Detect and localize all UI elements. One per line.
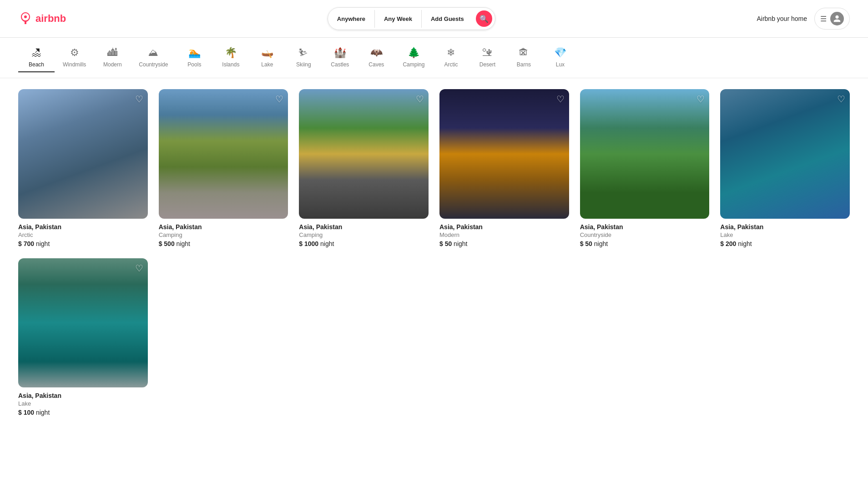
svg-point-0: [24, 15, 27, 18]
lake-label: Lake: [261, 61, 273, 68]
camping-label: Camping: [403, 61, 424, 68]
listing-type: Arctic: [18, 231, 148, 238]
windmills-label: Windmills: [63, 61, 86, 68]
pools-icon: 🏊: [188, 47, 201, 59]
caves-label: Caves: [368, 61, 384, 68]
listing-location: Asia, Pakistan: [439, 223, 569, 231]
listing-type: Lake: [18, 400, 148, 407]
arctic-icon: ❄: [447, 47, 455, 59]
desert-icon: 🏜: [482, 47, 492, 59]
search-week-label: Any Week: [384, 15, 412, 22]
listing-location: Asia, Pakistan: [18, 392, 148, 399]
listing-card[interactable]: ♡ Asia, Pakistan Modern $ 50 night: [439, 89, 569, 247]
barns-label: Barns: [517, 61, 531, 68]
listing-card[interactable]: ♡ Asia, Pakistan Lake $ 200 night: [720, 89, 850, 247]
countryside-icon: ⛰: [148, 47, 158, 59]
hamburger-icon: ☰: [820, 15, 827, 23]
barns-icon: 🏚: [519, 47, 529, 59]
lux-icon: 💎: [554, 47, 566, 59]
caves-icon: 🦇: [370, 47, 383, 59]
category-item-castles[interactable]: 🏰 Castles: [322, 43, 358, 72]
listing-card[interactable]: ♡ Asia, Pakistan Arctic $ 700 night: [18, 89, 148, 247]
islands-label: Islands: [222, 61, 239, 68]
wishlist-button[interactable]: ♡: [556, 94, 565, 105]
desert-label: Desert: [479, 61, 495, 68]
windmills-icon: ⚙: [70, 47, 79, 59]
listing-location: Asia, Pakistan: [159, 223, 288, 231]
header: airbnb Anywhere Any Week Add Guests 🔍 Ai…: [0, 0, 868, 38]
countryside-label: Countryside: [139, 61, 168, 68]
header-right: Airbnb your home ☰: [757, 8, 850, 30]
category-item-barns[interactable]: 🏚 Barns: [505, 43, 542, 72]
listing-type: Camping: [159, 231, 288, 238]
modern-label: Modern: [103, 61, 122, 68]
category-item-modern[interactable]: 🏙 Modern: [94, 43, 131, 72]
listing-image-wrap: ♡: [299, 89, 429, 219]
wishlist-button[interactable]: ♡: [135, 94, 143, 105]
skiing-label: Skiing: [296, 61, 311, 68]
wishlist-button[interactable]: ♡: [135, 263, 143, 274]
search-location[interactable]: Anywhere: [328, 10, 375, 28]
wishlist-button[interactable]: ♡: [696, 94, 705, 105]
search-location-label: Anywhere: [337, 15, 365, 22]
search-icon: 🔍: [479, 15, 489, 23]
camping-icon: 🌲: [408, 47, 420, 59]
logo-text: airbnb: [35, 13, 66, 25]
wishlist-button[interactable]: ♡: [416, 94, 424, 105]
listing-type: Modern: [439, 231, 569, 238]
modern-icon: 🏙: [107, 47, 117, 59]
search-guests[interactable]: Add Guests: [422, 10, 473, 28]
listing-image-wrap: ♡: [580, 89, 710, 219]
listing-type: Lake: [720, 231, 850, 238]
listing-price: $ 500 night: [159, 240, 288, 247]
category-item-camping[interactable]: 🌲 Camping: [394, 43, 433, 72]
listing-location: Asia, Pakistan: [18, 223, 148, 231]
listing-image-wrap: ♡: [159, 89, 288, 219]
category-item-islands[interactable]: 🌴 Islands: [212, 43, 249, 72]
wishlist-button[interactable]: ♡: [275, 94, 283, 105]
listing-card[interactable]: ♡ Asia, Pakistan Lake $ 100 night: [18, 258, 148, 417]
pools-label: Pools: [187, 61, 201, 68]
listing-price: $ 1000 night: [299, 240, 429, 247]
airbnb-home-link[interactable]: Airbnb your home: [757, 15, 807, 22]
user-menu-button[interactable]: ☰: [814, 8, 850, 30]
category-nav: 🏖 Beach ⚙ Windmills 🏙 Modern ⛰ Countrysi…: [0, 38, 868, 78]
listing-price: $ 100 night: [18, 409, 148, 416]
listing-location: Asia, Pakistan: [299, 223, 429, 231]
category-item-caves[interactable]: 🦇 Caves: [358, 43, 394, 72]
category-item-desert[interactable]: 🏜 Desert: [469, 43, 505, 72]
listing-image-wrap: ♡: [18, 89, 148, 219]
listing-type: Camping: [299, 231, 429, 238]
user-avatar: [830, 12, 844, 25]
category-item-pools[interactable]: 🏊 Pools: [176, 43, 212, 72]
search-button[interactable]: 🔍: [476, 10, 492, 27]
listing-price: $ 200 night: [720, 240, 850, 247]
listing-image-wrap: ♡: [439, 89, 569, 219]
listing-card[interactable]: ♡ Asia, Pakistan Camping $ 500 night: [159, 89, 288, 247]
listing-image-wrap: ♡: [18, 258, 148, 388]
category-item-arctic[interactable]: ❄ Arctic: [433, 43, 469, 72]
listing-price: $ 50 night: [580, 240, 710, 247]
search-week[interactable]: Any Week: [375, 10, 422, 28]
listing-type: Countryside: [580, 231, 710, 238]
category-item-countryside[interactable]: ⛰ Countryside: [131, 43, 176, 72]
category-item-beach[interactable]: 🏖 Beach: [18, 43, 55, 72]
search-guests-label: Add Guests: [431, 15, 464, 22]
castles-icon: 🏰: [334, 47, 346, 59]
category-item-windmills[interactable]: ⚙ Windmills: [55, 43, 94, 72]
listing-price: $ 700 night: [18, 240, 148, 247]
wishlist-button[interactable]: ♡: [837, 94, 845, 105]
beach-label: Beach: [29, 61, 44, 68]
listing-card[interactable]: ♡ Asia, Pakistan Camping $ 1000 night: [299, 89, 429, 247]
category-item-skiing[interactable]: ⛷ Skiing: [285, 43, 322, 72]
lux-label: Lux: [556, 61, 565, 68]
category-item-lux[interactable]: 💎 Lux: [542, 43, 578, 72]
listing-card[interactable]: ♡ Asia, Pakistan Countryside $ 50 night: [580, 89, 710, 247]
beach-icon: 🏖: [31, 47, 41, 59]
islands-icon: 🌴: [225, 47, 237, 59]
castles-label: Castles: [331, 61, 349, 68]
search-bar[interactable]: Anywhere Any Week Add Guests 🔍: [328, 7, 495, 30]
logo[interactable]: airbnb: [18, 11, 66, 26]
listings-container: ♡ Asia, Pakistan Arctic $ 700 night ♡ As…: [0, 78, 868, 427]
category-item-lake[interactable]: 🛶 Lake: [249, 43, 285, 72]
